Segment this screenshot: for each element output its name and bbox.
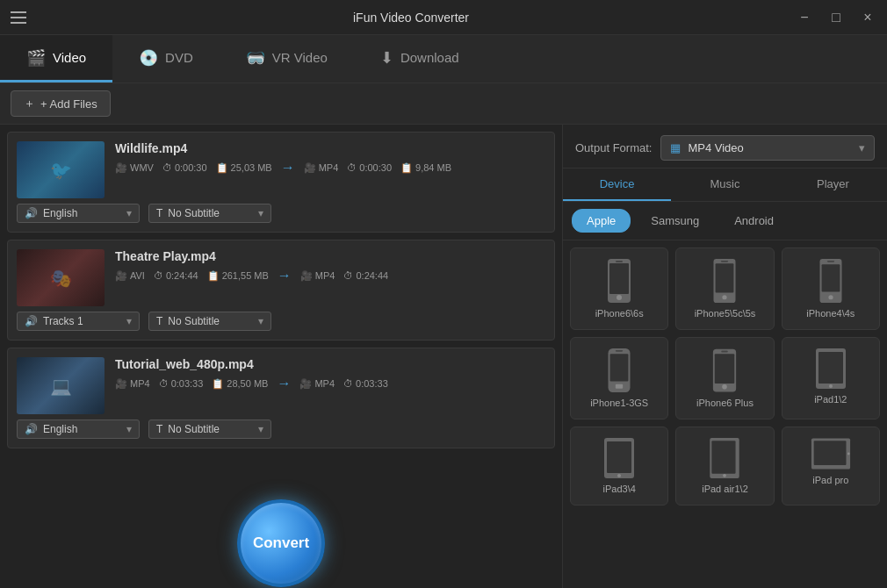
- tab-download-label: Download: [400, 50, 459, 65]
- svg-rect-11: [827, 261, 834, 262]
- clock-icon-tu: ⏱: [159, 378, 169, 389]
- out-video-icon-t: 🎥: [300, 270, 313, 282]
- svg-rect-21: [818, 352, 843, 384]
- file-list: 🐦 Wildlife.mp4 🎥 WMV ⏱ 0:00:30: [0, 125, 562, 526]
- add-files-label: + Add Files: [40, 97, 97, 111]
- format-select[interactable]: ▦ MP4 Video ▾: [660, 135, 875, 161]
- device-item-iphone5[interactable]: iPhone5\5c\5s: [675, 247, 774, 330]
- output-format-tutorial: 🎥 MP4: [299, 378, 335, 390]
- file-item-tutorial: 💻 Tutorial_web_480p.mp4 🎥 MP4 ⏱ 0:03:33: [7, 348, 555, 448]
- device-label-iphone5: iPhone5\5c\5s: [695, 308, 756, 319]
- subtitle-select-wildlife[interactable]: T No Subtitle ▾: [148, 204, 271, 223]
- right-panel: Output Format: ▦ MP4 Video ▾ Device Musi…: [562, 125, 887, 588]
- size-icon-t: 📋: [207, 270, 220, 282]
- output-format-theatre: 🎥 MP4: [300, 270, 335, 282]
- audio-chevron-w: ▾: [126, 207, 132, 219]
- audio-select-wildlife[interactable]: 🔊 English ▾: [17, 204, 140, 223]
- audio-icon-t: 🔊: [25, 315, 38, 327]
- tab-dvd[interactable]: 💿 DVD: [112, 35, 220, 82]
- file-list-wrapper: 🐦 Wildlife.mp4 🎥 WMV ⏱ 0:00:30: [0, 125, 562, 588]
- device-item-iphone1-3gs[interactable]: iPhone1-3GS: [570, 337, 668, 419]
- subtitle-icon-w: T: [156, 207, 162, 219]
- arrow-icon-t: →: [278, 268, 292, 283]
- file-info-tutorial: Tutorial_web_480p.mp4 🎥 MP4 ⏱ 0:03:33: [115, 357, 545, 391]
- tablet-icon-ipad1-2: [815, 348, 847, 389]
- convert-button[interactable]: Convert: [237, 499, 325, 587]
- file-thumb-theatre: 🎭: [17, 249, 105, 306]
- input-duration-tutorial: ⏱ 0:03:33: [159, 378, 204, 389]
- input-size-theatre: 📋 261,55 MB: [207, 270, 269, 282]
- device-item-iphone6-6s[interactable]: iPhone6\6s: [570, 247, 668, 330]
- convert-area: Convert: [0, 526, 562, 588]
- tab-device[interactable]: Device: [563, 169, 671, 201]
- svg-point-2: [617, 295, 622, 300]
- thumb-icon: 🐦: [50, 160, 72, 181]
- device-label-ipad1-2: iPad1\2: [814, 394, 847, 405]
- download-tab-icon: ⬇: [380, 48, 393, 68]
- tab-vr-video[interactable]: 🥽 VR Video: [220, 35, 354, 82]
- audio-select-theatre[interactable]: 🔊 Tracks 1 ▾: [17, 312, 140, 331]
- phone-icon-iphone1-3gs: [606, 348, 632, 392]
- hamburger-menu[interactable]: [11, 11, 26, 24]
- device-item-ipad-pro[interactable]: iPad pro: [782, 427, 880, 506]
- tab-player[interactable]: Player: [779, 169, 887, 201]
- subtitle-icon-tu: T: [156, 423, 162, 435]
- brand-tab-android[interactable]: Android: [719, 209, 789, 233]
- file-controls-wildlife: 🔊 English ▾ T No Subtitle ▾: [17, 204, 545, 223]
- size-icon-w: 📋: [216, 162, 228, 174]
- device-label-iphone6-6s: iPhone6\6s: [595, 308, 644, 319]
- convert-label: Convert: [253, 534, 309, 552]
- tab-music[interactable]: Music: [671, 169, 779, 201]
- input-format-tutorial: 🎥 MP4: [115, 378, 150, 390]
- file-name-wildlife: Wildlife.mp4: [115, 141, 545, 155]
- svg-rect-17: [715, 354, 735, 384]
- clock-icon-t: ⏱: [154, 270, 163, 281]
- output-duration-wildlife: ⏱ 0:00:30: [347, 162, 392, 173]
- video-tab-icon: 🎬: [26, 48, 46, 68]
- svg-point-10: [828, 295, 833, 299]
- device-item-iphone4[interactable]: iPhone4\4s: [782, 247, 880, 330]
- device-item-ipad-air[interactable]: iPad air1\2: [675, 427, 774, 506]
- main-tab-bar: 🎬 Video 💿 DVD 🥽 VR Video ⬇ Download: [0, 35, 887, 83]
- main-area: 🐦 Wildlife.mp4 🎥 WMV ⏱ 0:00:30: [0, 125, 887, 588]
- input-duration-theatre: ⏱ 0:24:44: [154, 270, 198, 281]
- subtitle-select-tutorial[interactable]: T No Subtitle ▾: [148, 419, 271, 439]
- tab-download[interactable]: ⬇ Download: [354, 35, 486, 82]
- file-controls-theatre: 🔊 Tracks 1 ▾ T No Subtitle ▾: [17, 312, 545, 331]
- tab-device-label: Device: [600, 177, 635, 190]
- minimize-button[interactable]: −: [796, 9, 813, 26]
- video-icon-w: 🎥: [115, 162, 127, 174]
- subtitle-select-theatre[interactable]: T No Subtitle ▾: [148, 312, 271, 331]
- svg-rect-30: [814, 441, 847, 465]
- out-video-icon-tu: 🎥: [299, 378, 312, 390]
- device-label-ipad-air: iPad air1\2: [702, 484, 748, 494]
- add-files-button[interactable]: ＋ + Add Files: [11, 90, 111, 117]
- svg-rect-7: [721, 261, 728, 262]
- close-button[interactable]: ×: [859, 9, 876, 26]
- brand-tab-samsung-label: Samsung: [651, 214, 699, 227]
- add-files-icon: ＋: [24, 96, 35, 111]
- device-label-iphone4: iPhone4\4s: [806, 308, 855, 319]
- out-size-icon-w: 📋: [400, 162, 413, 174]
- subtitle-chevron-tu: ▾: [258, 423, 263, 435]
- format-select-icon: ▦: [670, 141, 681, 154]
- svg-point-28: [724, 474, 727, 477]
- size-icon-tu: 📋: [212, 378, 224, 390]
- tab-video[interactable]: 🎬 Video: [0, 35, 112, 82]
- svg-rect-15: [616, 350, 623, 352]
- device-item-iphone6-plus[interactable]: iPhone6 Plus: [675, 337, 774, 419]
- audio-select-tutorial[interactable]: 🔊 English ▾: [17, 419, 140, 439]
- brand-tab-samsung[interactable]: Samsung: [636, 209, 714, 233]
- svg-rect-19: [722, 351, 729, 353]
- device-item-ipad1-2[interactable]: iPad1\2: [782, 337, 880, 419]
- brand-tab-apple[interactable]: Apple: [572, 209, 631, 233]
- tablet-icon-ipad-pro: [811, 438, 851, 470]
- tablet-icon-ipad3-4: [603, 438, 635, 478]
- device-grid: iPhone6\6s iPhone5\5c\5s: [563, 240, 887, 588]
- svg-rect-1: [609, 263, 629, 294]
- arrow-icon-tu: →: [277, 376, 291, 391]
- file-info-wildlife: Wildlife.mp4 🎥 WMV ⏱ 0:00:30 📋: [115, 141, 545, 176]
- input-size-wildlife: 📋 25,03 MB: [216, 162, 272, 174]
- device-item-ipad3-4[interactable]: iPad3\4: [570, 427, 668, 506]
- maximize-button[interactable]: □: [827, 9, 845, 26]
